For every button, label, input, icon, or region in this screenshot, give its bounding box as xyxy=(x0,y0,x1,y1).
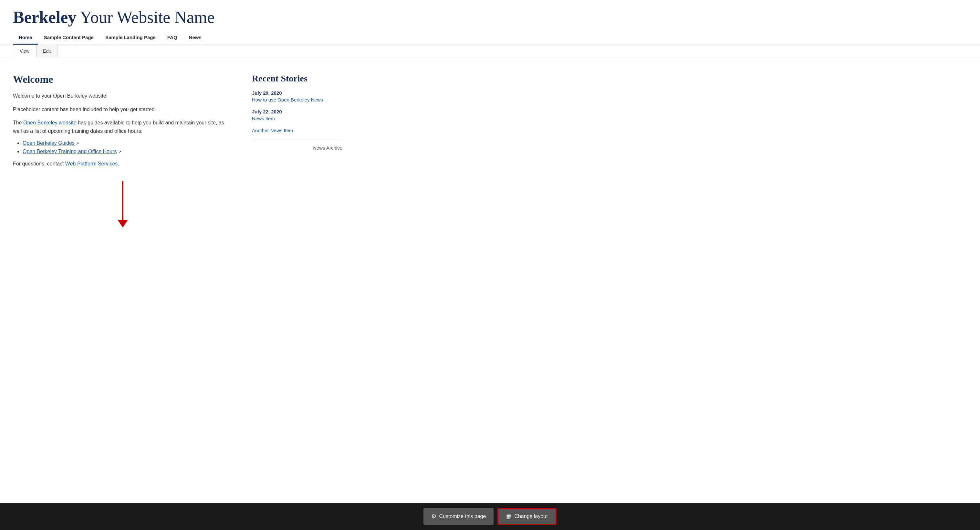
web-platform-link[interactable]: Web Platform Services xyxy=(65,161,118,166)
site-title-rest: Your Website Name xyxy=(76,8,215,27)
story-group-2: July 22, 2020 News Item xyxy=(252,109,342,121)
training-link[interactable]: Open Berkeley Training and Office Hours xyxy=(22,148,117,154)
tab-edit[interactable]: Edit xyxy=(36,45,57,57)
site-title-bold: Berkeley xyxy=(13,8,76,27)
tab-view[interactable]: View xyxy=(13,45,36,57)
story-date-1: July 29, 2020 xyxy=(252,90,342,96)
story-date-2: July 22, 2020 xyxy=(252,109,342,114)
training-ext-icon: ↗ xyxy=(118,150,121,154)
arrow-line xyxy=(122,181,123,220)
story-link-2[interactable]: News Item xyxy=(252,116,342,121)
contact-prefix: For questions, contact xyxy=(13,161,65,166)
site-header: Berkeley Your Website Name xyxy=(0,0,980,30)
story-link-3[interactable]: Another News Item xyxy=(252,128,342,133)
story-group-3: Another News Item xyxy=(252,128,342,133)
para-2: Placeholder content has been included to… xyxy=(13,105,232,114)
news-archive-section: News Archive xyxy=(252,140,342,151)
nav-link-home[interactable]: Home xyxy=(13,30,38,45)
nav-item-faq[interactable]: FAQ xyxy=(162,30,183,45)
open-berkeley-link[interactable]: Open Berkeley website xyxy=(23,120,76,125)
nav-item-home[interactable]: Home xyxy=(13,30,38,45)
content-right: Recent Stories July 29, 2020 How to use … xyxy=(252,73,342,228)
nav-link-sample-landing[interactable]: Sample Landing Page xyxy=(100,30,162,45)
contact-para: For questions, contact Web Platform Serv… xyxy=(13,160,232,168)
story-group-1: July 29, 2020 How to use Open Berkeley N… xyxy=(252,90,342,102)
nav-item-sample-landing[interactable]: Sample Landing Page xyxy=(100,30,162,45)
resource-list: Open Berkeley Guides ↗ Open Berkeley Tra… xyxy=(22,140,232,155)
main-content: Welcome Welcome to your Open Berkeley we… xyxy=(0,67,980,234)
para-3: The Open Berkeley website has guides ava… xyxy=(13,119,232,135)
page-tabs: View Edit xyxy=(0,45,980,57)
nav-link-sample-content[interactable]: Sample Content Page xyxy=(38,30,100,45)
nav-link-faq[interactable]: FAQ xyxy=(162,30,183,45)
content-left: Welcome Welcome to your Open Berkeley we… xyxy=(13,73,232,228)
list-item-training: Open Berkeley Training and Office Hours … xyxy=(22,148,232,155)
nav-item-news[interactable]: News xyxy=(183,30,207,45)
site-title: Berkeley Your Website Name xyxy=(13,8,967,27)
story-link-1[interactable]: How to use Open Berkeley News xyxy=(252,97,342,102)
toolbar-spacer xyxy=(0,234,980,257)
contact-suffix: . xyxy=(118,161,119,166)
welcome-heading: Welcome xyxy=(13,73,232,85)
para-1: Welcome to your Open Berkeley website! xyxy=(13,92,232,100)
para-3-prefix: The xyxy=(13,120,23,125)
list-item-guides: Open Berkeley Guides ↗ xyxy=(22,140,232,146)
main-nav: Home Sample Content Page Sample Landing … xyxy=(0,30,980,45)
nav-item-sample-content[interactable]: Sample Content Page xyxy=(38,30,100,45)
recent-stories-heading: Recent Stories xyxy=(252,73,342,84)
nav-link-news[interactable]: News xyxy=(183,30,207,45)
arrow-head xyxy=(118,220,128,228)
news-archive-link[interactable]: News Archive xyxy=(313,145,342,151)
guides-link[interactable]: Open Berkeley Guides xyxy=(22,140,75,146)
guides-ext-icon: ↗ xyxy=(76,141,79,146)
arrow-annotation xyxy=(13,181,232,228)
